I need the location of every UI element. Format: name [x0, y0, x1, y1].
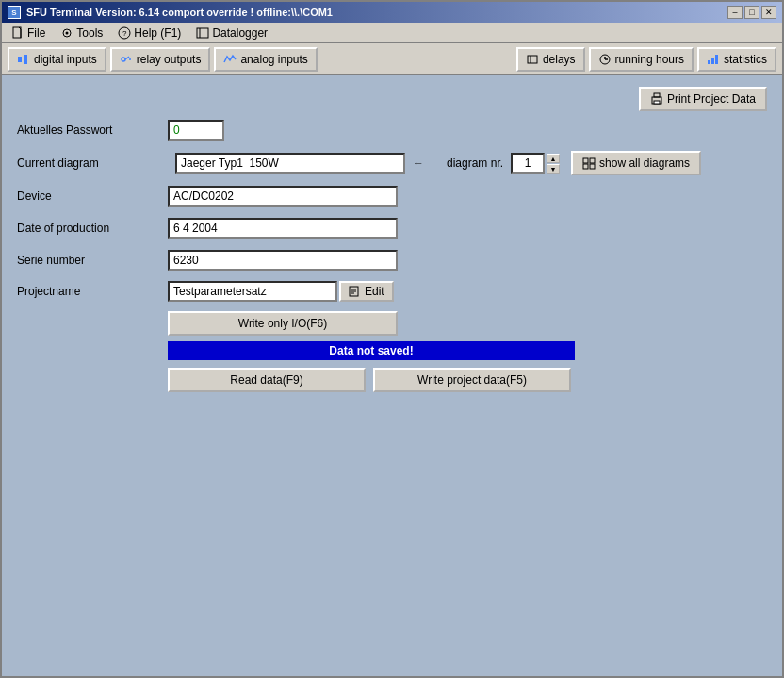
datalogger-icon: [196, 26, 209, 40]
stats-icon: [707, 53, 720, 66]
title-bar: S SFU Terminal Version: 6.14 comport ove…: [2, 2, 782, 23]
relay-icon: [120, 53, 133, 66]
svg-rect-12: [528, 56, 537, 63]
bottom-buttons: Read data(F9) Write project data(F5): [168, 368, 767, 392]
write-io-button[interactable]: Write only I/O(F6): [168, 311, 398, 336]
svg-point-9: [122, 58, 125, 61]
spinner-down-button[interactable]: ▼: [547, 164, 560, 174]
project-row: Projectname Edit: [17, 281, 767, 302]
toolbar-right: delays running hours statistics: [516, 47, 776, 72]
print-icon: [650, 92, 663, 106]
title-bar-left: S SFU Terminal Version: 6.14 comport ove…: [8, 6, 333, 19]
title-bar-buttons: – □ ✕: [727, 6, 776, 19]
password-input[interactable]: [168, 120, 224, 141]
digital-icon: [17, 53, 30, 66]
svg-rect-7: [18, 57, 22, 62]
svg-rect-21: [654, 93, 660, 97]
spinner-buttons: ▲ ▼: [547, 154, 560, 174]
svg-rect-5: [197, 28, 208, 38]
password-row: Aktuelles Passwort: [17, 119, 767, 141]
delays-icon: [526, 53, 539, 66]
analog-icon: [223, 53, 237, 66]
svg-rect-26: [590, 164, 595, 169]
minimize-button[interactable]: –: [727, 6, 743, 19]
file-icon: [11, 26, 24, 40]
help-icon: ?: [118, 26, 131, 40]
date-label: Date of production: [17, 222, 168, 235]
svg-rect-19: [715, 55, 718, 64]
digital-inputs-button[interactable]: digital inputs: [8, 47, 106, 72]
delays-button[interactable]: delays: [516, 47, 585, 72]
running-icon: [598, 53, 612, 66]
statistics-button[interactable]: statistics: [697, 47, 776, 72]
svg-rect-23: [583, 158, 588, 163]
project-label: Projectname: [17, 285, 168, 298]
write-project-button[interactable]: Write project data(F5): [373, 368, 571, 392]
top-actions: Print Project Data: [17, 87, 767, 111]
serie-row: Serie number: [17, 249, 767, 272]
edit-icon: [349, 285, 362, 298]
diagram-nr-spinner: ▲ ▼: [511, 153, 560, 174]
menu-bar: File Tools ? Help (F1) Datalogger: [2, 23, 782, 43]
device-label: Device: [17, 190, 168, 203]
print-project-data-button[interactable]: Print Project Data: [639, 87, 767, 111]
window-title: SFU Terminal Version: 6.14 comport overr…: [26, 7, 333, 18]
diagram-nr-input[interactable]: [511, 153, 545, 174]
svg-text:?: ?: [122, 29, 127, 38]
relay-outputs-button[interactable]: relay outputs: [110, 47, 211, 72]
show-all-diagrams-button[interactable]: show all diagrams: [571, 151, 701, 175]
svg-rect-22: [654, 101, 660, 104]
svg-point-2: [66, 31, 69, 34]
menu-datalogger[interactable]: Datalogger: [190, 25, 273, 41]
date-row: Date of production: [17, 217, 767, 240]
diagram-row: Current diagram ← diagram nr. ▲ ▼ show a…: [17, 151, 767, 175]
svg-point-11: [129, 58, 131, 60]
status-message: Data not saved!: [168, 341, 575, 360]
project-input[interactable]: [168, 281, 337, 302]
svg-rect-17: [708, 60, 710, 64]
menu-tools[interactable]: Tools: [55, 25, 108, 41]
diagrams-icon: [582, 157, 596, 170]
current-diagram-label: Current diagram: [17, 157, 168, 170]
running-hours-button[interactable]: running hours: [589, 47, 694, 72]
svg-rect-0: [13, 27, 21, 38]
menu-help[interactable]: ? Help (F1): [112, 25, 187, 41]
svg-rect-25: [583, 164, 588, 169]
svg-rect-8: [24, 55, 27, 64]
spinner-up-button[interactable]: ▲: [547, 154, 560, 163]
svg-rect-18: [711, 58, 714, 64]
content-area: Print Project Data Aktuelles Passwort Cu…: [2, 75, 782, 676]
read-data-button[interactable]: Read data(F9): [168, 368, 366, 392]
serie-label: Serie number: [17, 254, 168, 267]
svg-line-10: [125, 57, 129, 59]
menu-file[interactable]: File: [6, 25, 51, 41]
arrow-symbol: ← diagram nr.: [413, 157, 503, 170]
write-io-container: Write only I/O(F6): [168, 311, 767, 336]
serie-input[interactable]: [168, 250, 398, 271]
close-button[interactable]: ✕: [761, 6, 776, 19]
app-icon: S: [8, 6, 21, 19]
tools-icon: [60, 26, 74, 40]
analog-inputs-button[interactable]: analog inputs: [214, 47, 317, 72]
edit-button[interactable]: Edit: [339, 281, 394, 302]
toolbar: digital inputs relay outputs analog inpu…: [2, 43, 782, 75]
current-diagram-input[interactable]: [175, 153, 405, 174]
device-input[interactable]: [168, 186, 398, 207]
svg-rect-24: [590, 158, 595, 163]
date-input[interactable]: [168, 218, 398, 239]
device-row: Device: [17, 185, 767, 207]
password-label: Aktuelles Passwort: [17, 124, 168, 137]
main-window: S SFU Terminal Version: 6.14 comport ove…: [0, 0, 784, 678]
status-container: Data not saved!: [168, 341, 767, 360]
maximize-button[interactable]: □: [744, 6, 760, 19]
